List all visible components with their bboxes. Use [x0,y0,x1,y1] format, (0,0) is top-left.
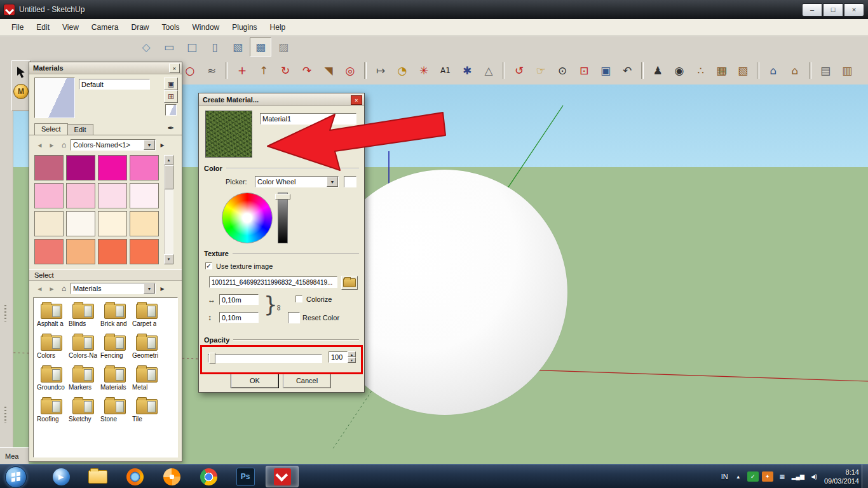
secondary-pane-icon[interactable]: ▣ [164,78,178,90]
network-icon[interactable]: ▂▄▆ [791,471,805,482]
freehand-tool[interactable]: ≈ [201,60,222,81]
move-tool[interactable]: + [232,60,252,81]
tab-select[interactable]: Select [34,123,68,135]
tape-measure-tool[interactable]: ↦ [370,60,391,81]
material-folder[interactable]: Asphalt a [36,301,67,327]
scrollbar-track[interactable] [164,165,173,254]
building-maker-icon[interactable]: ▤ [815,60,836,81]
select-cursor-icon[interactable] [17,66,25,79]
taskbar-explorer[interactable] [81,466,114,487]
text-tool[interactable]: A1 [435,60,456,81]
volume-icon[interactable]: ◀) [808,471,820,482]
push-pull-tool[interactable]: ↑ [254,60,274,81]
color-swatch[interactable] [130,239,159,264]
forward-icon[interactable]: ► [46,283,57,294]
material-folder[interactable]: Colors-Na [67,332,99,359]
material-folder[interactable]: Tile [131,396,163,423]
texture-width-input[interactable] [219,294,259,305]
close-button[interactable]: × [844,3,864,17]
offset-tool[interactable]: ◎ [340,60,360,81]
shaded-textures-style-icon[interactable]: ▩ [250,37,271,57]
color-swatch[interactable] [98,155,127,180]
material-folder[interactable]: Fencing [99,332,131,359]
material-folder[interactable]: Roofing [36,396,67,423]
color-swatch[interactable] [98,239,127,264]
material-folder[interactable]: Markers [67,364,99,391]
home-icon[interactable]: ⌂ [58,140,69,151]
taskbar-chrome[interactable] [192,466,225,487]
menu-file[interactable]: File [5,20,30,34]
link-icon[interactable]: ∞ [275,305,284,311]
wireframe-style-icon[interactable]: □ [181,37,203,57]
language-indicator[interactable]: IN [721,473,728,480]
menu-edit[interactable]: Edit [30,20,56,34]
texture-file-input[interactable] [209,276,337,288]
color-swatch[interactable] [130,155,159,180]
m-plugin-icon[interactable]: M [13,84,29,99]
component-icon[interactable]: ▧ [733,60,753,81]
tab-edit[interactable]: Edit [67,124,93,135]
materials-panel-title[interactable]: Materials [29,62,182,74]
material-folder[interactable]: Sketchy [67,396,99,423]
menu-window[interactable]: Window [186,20,226,34]
taskbar-media-player[interactable]: ▶ [44,466,78,487]
rotate-tool[interactable]: ↻ [275,60,295,81]
color-swatch[interactable] [130,211,159,236]
scroll-up-icon[interactable]: ▲ [164,155,173,165]
menu-draw[interactable]: Draw [125,20,156,34]
menu-tools[interactable]: Tools [156,20,186,34]
axes-tool[interactable]: ✳ [414,60,434,81]
ok-button[interactable]: OK [231,373,279,388]
position-camera-tool[interactable]: ♟ [648,60,668,81]
material-folder[interactable]: Groundco [36,364,67,391]
share-model-icon[interactable]: ⌂ [785,60,805,81]
title-bar[interactable]: Untitled - SketchUp – □ × [0,0,868,19]
color-swatch[interactable] [34,155,64,180]
menu-camera[interactable]: Camera [85,20,125,34]
material-folder[interactable]: Carpet a [131,301,163,327]
color-swatch[interactable] [34,211,64,236]
browse-texture-button[interactable] [341,276,358,290]
archive-icon[interactable]: ▥ [837,60,857,81]
circle-tool[interactable]: ○ [180,60,200,81]
zoom-tool[interactable]: ⊙ [552,60,573,81]
taskbar-firefox[interactable] [118,466,151,487]
material-folder[interactable]: Metal [131,364,163,391]
scrollbar-thumb[interactable] [165,165,173,189]
materials-dropdown[interactable]: Materials ▼ [71,283,156,294]
chevron-down-icon[interactable]: ▼ [144,140,155,150]
create-material-icon[interactable]: ⊞ [164,90,178,103]
material-folder[interactable]: Geometri [131,332,163,359]
scroll-down-icon[interactable]: ▼ [164,254,173,264]
color-swatch[interactable] [34,239,64,264]
zoom-window-tool[interactable]: ⊡ [574,60,594,81]
details-arrow-icon[interactable]: ▸ [157,140,168,151]
monochrome-style-icon[interactable]: ▨ [273,37,294,57]
material-folder[interactable]: Materials [99,364,131,391]
menu-view[interactable]: View [56,20,85,34]
protractor-tool[interactable]: ◔ [392,60,412,81]
details-arrow-icon[interactable]: ▸ [157,283,168,294]
spin-down-icon[interactable]: ▼ [348,357,356,363]
display-icon[interactable]: ▦ [776,471,788,482]
opacity-value-input[interactable] [329,351,348,363]
messenger-icon[interactable]: ✦ [762,471,773,482]
hidden-icons-button[interactable]: ▴ [733,471,744,482]
shaded-style-icon[interactable]: ▧ [227,37,248,57]
orbit-tool[interactable]: ↺ [509,60,529,81]
taskbar-photoshop[interactable]: Ps [229,466,262,487]
back-icon[interactable]: ◄ [34,140,45,151]
value-slider[interactable] [278,193,288,243]
color-swatch[interactable] [66,211,95,236]
pan-tool[interactable]: ☞ [531,60,551,81]
material-name-field[interactable] [79,79,150,90]
walk-tool[interactable]: ∴ [691,60,711,81]
zoom-extents-tool[interactable]: ▣ [595,60,616,81]
color-swatch[interactable] [98,183,127,208]
menu-help[interactable]: Help [264,20,292,34]
start-button[interactable] [5,466,27,488]
clock[interactable]: 8:14 09/03/2014 [824,468,859,486]
antivirus-icon[interactable]: ✓ [747,471,759,482]
color-swatch[interactable] [66,239,95,264]
colorize-checkbox[interactable] [295,295,302,302]
